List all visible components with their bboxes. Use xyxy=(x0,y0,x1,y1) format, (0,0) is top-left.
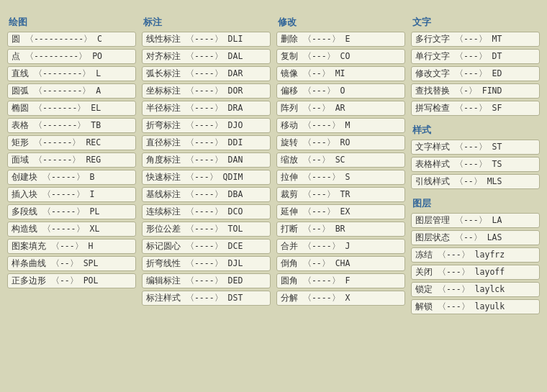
list-item: 形位公差 〈----〉 TOL xyxy=(142,222,271,237)
section-text: 文字 多行文字 〈---〉 MT单行文字 〈---〉 DT修改文字 〈---〉 … xyxy=(411,16,540,118)
main-grid: 绘图 圆 〈----------〉 C点 〈---------〉 PO直线 〈-… xyxy=(7,16,540,316)
list-item: 正多边形 〈--〉 POL xyxy=(7,273,136,288)
list-item: 折弯线性 〈----〉 DJL xyxy=(142,256,271,271)
list-item: 引线样式 〈--〉 MLS xyxy=(411,174,540,189)
list-item: 阵列 〈--〉 AR xyxy=(276,101,405,116)
list-item: 构造线 〈-----〉 XL xyxy=(7,222,136,237)
section-layer-title: 图层 xyxy=(411,197,540,210)
list-item: 拼写检查 〈---〉 SF xyxy=(411,101,540,116)
list-item: 多段线 〈-----〉 PL xyxy=(7,204,136,219)
list-item: 插入块 〈-----〉 I xyxy=(7,187,136,202)
list-item: 延伸 〈---〉 EX xyxy=(276,204,405,219)
list-item: 标记圆心 〈----〉 DCE xyxy=(142,239,271,254)
list-item: 倒角 〈--〉 CHA xyxy=(276,256,405,271)
list-item: 椭圆 〈-------〉 EL xyxy=(7,101,136,116)
list-item: 创建块 〈-----〉 B xyxy=(7,170,136,185)
list-item: 表格 〈-------〉 TB xyxy=(7,118,136,133)
list-item: 标注样式 〈----〉 DST xyxy=(142,291,271,306)
list-item: 复制 〈---〉 CO xyxy=(276,49,405,64)
list-item: 图层状态 〈--〉 LAS xyxy=(411,230,540,245)
draw-items: 圆 〈----------〉 C点 〈---------〉 PO直线 〈----… xyxy=(7,32,136,288)
list-item: 圆角 〈----〉 F xyxy=(276,273,405,288)
list-item: 裁剪 〈---〉 TR xyxy=(276,187,405,202)
list-item: 线性标注 〈----〉 DLI xyxy=(142,32,271,47)
list-item: 偏移 〈---〉 O xyxy=(276,83,405,99)
list-item: 编辑标注 〈----〉 DED xyxy=(142,273,271,288)
list-item: 点 〈---------〉 PO xyxy=(7,49,136,64)
list-item: 冻结 〈---〉 layfrz xyxy=(411,247,540,263)
section-dimension-title: 标注 xyxy=(142,16,271,29)
list-item: 圆 〈----------〉 C xyxy=(7,32,136,47)
list-item: 角度标注 〈----〉 DAN xyxy=(142,152,271,168)
list-item: 面域 〈------〉 REG xyxy=(7,152,136,168)
list-item: 图层管理 〈---〉 LA xyxy=(411,213,540,228)
list-item: 分解 〈----〉 X xyxy=(276,291,405,306)
modify-items: 删除 〈----〉 E复制 〈---〉 CO镜像 〈--〉 MI偏移 〈---〉… xyxy=(276,32,405,306)
section-style: 样式 文字样式 〈---〉 ST表格样式 〈---〉 TS引线样式 〈--〉 M… xyxy=(411,124,540,191)
section-modify: 修改 删除 〈----〉 E复制 〈---〉 CO镜像 〈--〉 MI偏移 〈-… xyxy=(276,16,405,316)
list-item: 多行文字 〈---〉 MT xyxy=(411,32,540,47)
layer-items: 图层管理 〈---〉 LA图层状态 〈--〉 LAS冻结 〈---〉 layfr… xyxy=(411,213,540,314)
section-style-title: 样式 xyxy=(411,124,540,137)
list-item: 直线 〈--------〉 L xyxy=(7,66,136,81)
list-item: 查找替换 〈-〉 FIND xyxy=(411,83,540,99)
list-item: 快速标注 〈---〉 QDIM xyxy=(142,170,271,185)
list-item: 对齐标注 〈----〉 DAL xyxy=(142,49,271,64)
section-draw: 绘图 圆 〈----------〉 C点 〈---------〉 PO直线 〈-… xyxy=(7,16,136,316)
section-text-title: 文字 xyxy=(411,16,540,29)
list-item: 样条曲线 〈--〉 SPL xyxy=(7,256,136,271)
style-items: 文字样式 〈---〉 ST表格样式 〈---〉 TS引线样式 〈--〉 MLS xyxy=(411,140,540,189)
list-item: 弧长标注 〈----〉 DAR xyxy=(142,66,271,81)
list-item: 单行文字 〈---〉 DT xyxy=(411,49,540,64)
list-item: 拉伸 〈----〉 S xyxy=(276,170,405,185)
list-item: 矩形 〈------〉 REC xyxy=(7,135,136,150)
list-item: 删除 〈----〉 E xyxy=(276,32,405,47)
section-modify-title: 修改 xyxy=(276,16,405,29)
list-item: 表格样式 〈---〉 TS xyxy=(411,157,540,172)
list-item: 图案填充 〈---〉 H xyxy=(7,239,136,254)
list-item: 合并 〈----〉 J xyxy=(276,239,405,254)
list-item: 文字样式 〈---〉 ST xyxy=(411,140,540,155)
list-item: 直径标注 〈----〉 DDI xyxy=(142,135,271,150)
list-item: 缩放 〈--〉 SC xyxy=(276,152,405,168)
list-item: 锁定 〈---〉 laylck xyxy=(411,282,540,297)
text-items: 多行文字 〈---〉 MT单行文字 〈---〉 DT修改文字 〈---〉 ED查… xyxy=(411,32,540,116)
list-item: 基线标注 〈----〉 DBA xyxy=(142,187,271,202)
list-item: 解锁 〈---〉 layulk xyxy=(411,299,540,314)
list-item: 打断 〈--〉 BR xyxy=(276,222,405,237)
list-item: 旋转 〈---〉 RO xyxy=(276,135,405,150)
list-item: 连续标注 〈----〉 DCO xyxy=(142,204,271,219)
list-item: 移动 〈----〉 M xyxy=(276,118,405,133)
section-layer: 图层 图层管理 〈---〉 LA图层状态 〈--〉 LAS冻结 〈---〉 la… xyxy=(411,197,540,316)
list-item: 坐标标注 〈----〉 DOR xyxy=(142,83,271,99)
list-item: 折弯标注 〈----〉 DJO xyxy=(142,118,271,133)
list-item: 修改文字 〈---〉 ED xyxy=(411,66,540,81)
right-column: 文字 多行文字 〈---〉 MT单行文字 〈---〉 DT修改文字 〈---〉 … xyxy=(411,16,540,316)
dimension-items: 线性标注 〈----〉 DLI对齐标注 〈----〉 DAL弧长标注 〈----… xyxy=(142,32,271,306)
section-draw-title: 绘图 xyxy=(7,16,136,29)
list-item: 关闭 〈---〉 layoff xyxy=(411,265,540,280)
list-item: 圆弧 〈--------〉 A xyxy=(7,83,136,99)
list-item: 半径标注 〈----〉 DRA xyxy=(142,101,271,116)
section-dimension: 标注 线性标注 〈----〉 DLI对齐标注 〈----〉 DAL弧长标注 〈-… xyxy=(142,16,271,316)
list-item: 镜像 〈--〉 MI xyxy=(276,66,405,81)
